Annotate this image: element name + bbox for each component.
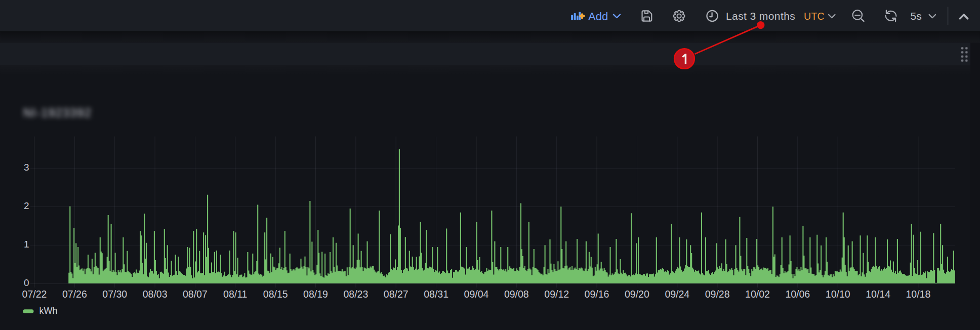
svg-text:09/08: 09/08 (504, 288, 529, 300)
svg-text:1: 1 (24, 239, 29, 250)
svg-text:Last 3 months: Last 3 months (726, 10, 795, 22)
svg-text:07/30: 07/30 (102, 288, 127, 300)
svg-text:07/22: 07/22 (22, 288, 47, 300)
svg-text:09/16: 09/16 (585, 288, 609, 300)
svg-text:5s: 5s (911, 10, 922, 22)
svg-text:10/02: 10/02 (745, 288, 770, 300)
svg-text:08/23: 08/23 (343, 288, 368, 300)
svg-text:3: 3 (24, 162, 29, 173)
svg-text:Add: Add (588, 10, 608, 23)
svg-text:10/14: 10/14 (866, 288, 890, 300)
svg-text:2: 2 (24, 200, 29, 211)
svg-text:08/27: 08/27 (384, 288, 409, 300)
svg-text:UTC: UTC (804, 11, 825, 22)
svg-text:08/03: 08/03 (143, 288, 168, 300)
svg-text:07/26: 07/26 (62, 288, 87, 300)
svg-text:08/19: 08/19 (303, 288, 328, 300)
svg-text:NI-1923392: NI-1923392 (23, 106, 92, 119)
svg-text:08/11: 08/11 (223, 288, 247, 300)
svg-text:10/10: 10/10 (826, 288, 850, 300)
svg-text:0: 0 (24, 277, 29, 288)
svg-text:08/15: 08/15 (263, 288, 288, 300)
svg-text:08/07: 08/07 (183, 288, 208, 300)
svg-text:09/04: 09/04 (464, 288, 489, 300)
svg-text:09/24: 09/24 (665, 288, 689, 300)
svg-text:09/20: 09/20 (625, 288, 649, 300)
svg-text:09/28: 09/28 (705, 288, 730, 300)
svg-text:10/18: 10/18 (906, 288, 930, 300)
svg-text:kWh: kWh (39, 306, 58, 316)
svg-text:08/31: 08/31 (424, 288, 448, 300)
svg-text:10/06: 10/06 (785, 288, 810, 300)
svg-text:09/12: 09/12 (544, 288, 569, 300)
